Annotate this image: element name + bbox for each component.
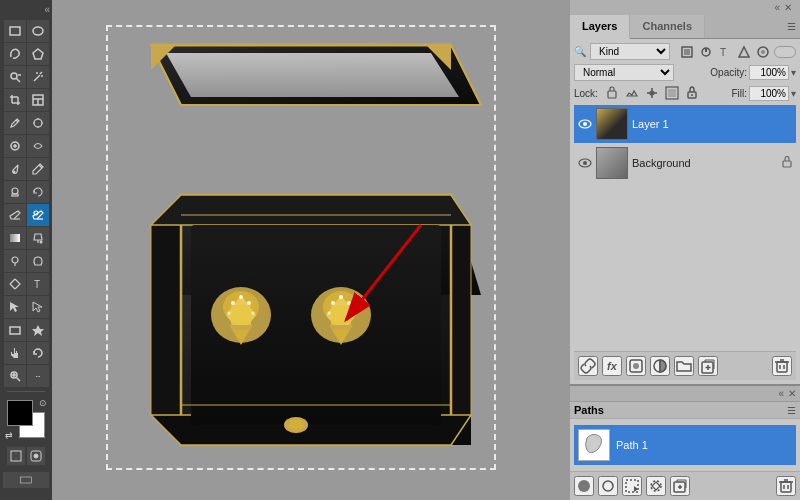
paint-bucket-tool[interactable]: [27, 227, 49, 249]
swap-colors-btn[interactable]: ⇄: [5, 430, 13, 440]
path-as-selection-btn[interactable]: [646, 476, 666, 496]
stamp-tool[interactable]: [4, 181, 26, 203]
background-visibility-eye[interactable]: [578, 156, 592, 170]
layer-item-layer1[interactable]: Layer 1: [574, 105, 796, 143]
svg-rect-29: [12, 194, 18, 196]
selection-as-path-btn[interactable]: [622, 476, 642, 496]
color-sampler-tool[interactable]: [27, 112, 49, 134]
blend-mode-select[interactable]: Normal: [574, 64, 674, 81]
patch-tool[interactable]: [27, 135, 49, 157]
layer-item-background[interactable]: Background: [574, 144, 796, 182]
fill-path-btn[interactable]: [574, 476, 594, 496]
paths-panel-controls: ☰: [787, 405, 796, 416]
layers-kind-select[interactable]: Kind: [590, 43, 670, 60]
delete-layer-btn[interactable]: [772, 356, 792, 376]
new-path-btn[interactable]: [670, 476, 690, 496]
fill-row: Fill: ▾: [731, 86, 796, 101]
reset-colors-btn[interactable]: ⊙: [39, 398, 47, 408]
marquee-ellipse-tool[interactable]: [27, 20, 49, 42]
lasso-tool[interactable]: [4, 43, 26, 65]
dodge-tool[interactable]: [4, 250, 26, 272]
history-brush-tool[interactable]: [27, 181, 49, 203]
layers-search-row: 🔍 Kind T: [574, 43, 796, 60]
quick-mask-btn[interactable]: [27, 447, 45, 465]
layer-adjustment-btn[interactable]: [650, 356, 670, 376]
filter-type-icon[interactable]: T: [717, 44, 733, 60]
layer-list: Layer 1 Background: [574, 105, 796, 351]
delete-path-btn[interactable]: [776, 476, 796, 496]
eraser-tool[interactable]: [4, 204, 26, 226]
crop-tool[interactable]: [4, 89, 26, 111]
svg-line-6: [34, 75, 40, 81]
new-layer-btn[interactable]: [698, 356, 718, 376]
more-tools-btn[interactable]: ···: [27, 365, 49, 387]
fill-chevron[interactable]: ▾: [791, 88, 796, 99]
svg-point-109: [578, 480, 590, 492]
screen-mode-btn[interactable]: [3, 472, 49, 488]
eyedropper-tool[interactable]: [4, 112, 26, 134]
hand-tool[interactable]: [4, 342, 26, 364]
direct-selection-tool[interactable]: [27, 296, 49, 318]
layers-panel: 🔍 Kind T: [570, 39, 800, 384]
path-item-path1[interactable]: Path 1: [574, 425, 796, 465]
panel-collapse-btn[interactable]: «: [774, 2, 780, 13]
panel-options-btn[interactable]: ☰: [787, 21, 796, 32]
lasso-poly-tool[interactable]: [27, 43, 49, 65]
tool-row-crop: [2, 89, 50, 111]
paths-panel-label: Paths: [574, 404, 787, 416]
zoom-tool[interactable]: [4, 365, 26, 387]
lock-image-btn[interactable]: [624, 85, 640, 101]
gradient-tool[interactable]: [4, 227, 26, 249]
heal-tool[interactable]: [4, 135, 26, 157]
standard-mode-btn[interactable]: [7, 447, 25, 465]
brush-tool[interactable]: [4, 158, 26, 180]
magic-wand-tool[interactable]: [27, 66, 49, 88]
svg-marker-2: [33, 49, 43, 59]
paths-menu-btn[interactable]: ☰: [787, 405, 796, 416]
lock-position-btn[interactable]: [644, 85, 660, 101]
marquee-rect-tool[interactable]: [4, 20, 26, 42]
panel-close-btn[interactable]: ✕: [784, 2, 792, 13]
tab-channels[interactable]: Channels: [630, 15, 705, 38]
tool-row-stamp: [2, 181, 50, 203]
bg-eraser-tool[interactable]: [27, 204, 49, 226]
svg-point-36: [12, 257, 18, 263]
custom-shape-tool[interactable]: [27, 319, 49, 341]
paths-collapse-btn[interactable]: «: [778, 388, 784, 399]
filter-toggle[interactable]: [774, 46, 796, 58]
burn-tool[interactable]: [27, 250, 49, 272]
rotate-view-tool[interactable]: [27, 342, 49, 364]
filter-shape-icon[interactable]: [736, 44, 752, 60]
layer-fx-btn[interactable]: fx: [602, 356, 622, 376]
rectangle-shape-tool[interactable]: [4, 319, 26, 341]
type-tool[interactable]: T: [27, 273, 49, 295]
layer-link-btn[interactable]: [578, 356, 598, 376]
lock-transparent-btn[interactable]: [604, 85, 620, 101]
pen-tool[interactable]: [4, 273, 26, 295]
layer-folder-btn[interactable]: [674, 356, 694, 376]
svg-point-74: [288, 420, 304, 430]
stroke-path-btn[interactable]: [598, 476, 618, 496]
filter-adjust-icon[interactable]: [698, 44, 714, 60]
fill-input[interactable]: [749, 86, 789, 101]
pencil-tool[interactable]: [27, 158, 49, 180]
layer1-visibility-eye[interactable]: [578, 117, 592, 131]
right-panel: « ✕ Layers Channels ☰ 🔍 Kind: [570, 0, 800, 500]
tool-row-selection: [2, 296, 50, 318]
filter-smart-icon[interactable]: [755, 44, 771, 60]
opacity-input[interactable]: [749, 65, 789, 80]
toolbar-collapse-btn[interactable]: «: [44, 4, 50, 15]
quick-select-tool[interactable]: [4, 66, 26, 88]
lock-all-btn[interactable]: [684, 85, 700, 101]
panel-tabs-row: Layers Channels ☰: [570, 15, 800, 39]
filter-pixel-icon[interactable]: [679, 44, 695, 60]
foreground-color-swatch[interactable]: [7, 400, 33, 426]
path-selection-tool[interactable]: [4, 296, 26, 318]
paths-close-btn[interactable]: ✕: [788, 388, 796, 399]
layer-mask-btn[interactable]: [626, 356, 646, 376]
tab-layers[interactable]: Layers: [570, 15, 630, 39]
opacity-chevron[interactable]: ▾: [791, 67, 796, 78]
slice-tool[interactable]: [27, 89, 49, 111]
tool-row-select: [2, 66, 50, 88]
lock-artboard-btn[interactable]: [664, 85, 680, 101]
